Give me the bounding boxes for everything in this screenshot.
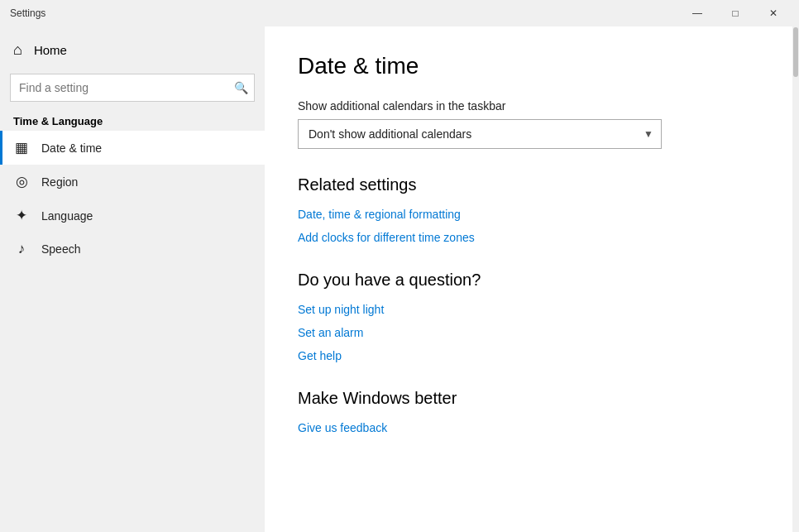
page-title: Date & time [298, 53, 766, 79]
date-time-icon: ▦ [13, 139, 30, 156]
link-night-light[interactable]: Set up night light [298, 303, 766, 316]
search-icon[interactable]: 🔍 [234, 81, 248, 94]
link-alarm[interactable]: Set an alarm [298, 326, 766, 339]
calendar-dropdown[interactable]: Don't show additional calendars Simplifi… [298, 119, 662, 149]
related-settings-section: Related settings Date, time & regional f… [298, 175, 766, 244]
link-give-feedback[interactable]: Give us feedback [298, 421, 766, 434]
region-icon: ◎ [13, 173, 30, 190]
language-icon: ✦ [13, 207, 30, 224]
sidebar-item-label-date-time: Date & time [41, 141, 102, 155]
sidebar-item-region[interactable]: ◎ Region [0, 165, 265, 199]
sidebar-section-title: Time & Language [0, 108, 265, 131]
main-content: Date & time Show additional calendars in… [265, 26, 799, 532]
close-button[interactable]: ✕ [754, 0, 792, 26]
link-date-time-formatting[interactable]: Date, time & regional formatting [298, 208, 766, 221]
minimize-button[interactable]: — [678, 0, 716, 26]
sidebar-item-language[interactable]: ✦ Language [0, 199, 265, 232]
title-bar: Settings — □ ✕ [0, 0, 799, 26]
related-settings-heading: Related settings [298, 175, 766, 194]
maximize-button[interactable]: □ [716, 0, 754, 26]
calendar-dropdown-container: Don't show additional calendars Simplifi… [298, 119, 662, 149]
search-container: 🔍 [0, 67, 265, 108]
feedback-section: Make Windows better Give us feedback [298, 389, 766, 434]
sidebar-item-label-speech: Speech [41, 242, 80, 256]
sidebar-item-date-time[interactable]: ▦ Date & time [0, 131, 265, 165]
sidebar: ⌂ Home 🔍 Time & Language ▦ Date & time ◎… [0, 26, 265, 532]
question-section: Do you have a question? Set up night lig… [298, 271, 766, 362]
question-heading: Do you have a question? [298, 271, 766, 290]
scrollbar-thumb[interactable] [793, 27, 798, 77]
calendar-setting-label: Show additional calendars in the taskbar [298, 99, 766, 113]
app-title: Settings [10, 7, 45, 19]
scrollbar-track[interactable] [792, 26, 799, 532]
home-label: Home [34, 43, 67, 57]
home-icon: ⌂ [13, 41, 22, 59]
app-container: ⌂ Home 🔍 Time & Language ▦ Date & time ◎… [0, 26, 799, 532]
search-input[interactable] [10, 74, 255, 102]
link-add-clocks[interactable]: Add clocks for different time zones [298, 231, 766, 244]
window-controls: — □ ✕ [678, 0, 792, 26]
sidebar-item-speech[interactable]: ♪ Speech [0, 232, 265, 266]
link-get-help[interactable]: Get help [298, 349, 766, 362]
sidebar-item-label-region: Region [41, 175, 78, 189]
home-nav-item[interactable]: ⌂ Home [0, 33, 265, 67]
speech-icon: ♪ [13, 241, 30, 257]
feedback-heading: Make Windows better [298, 389, 766, 408]
sidebar-item-label-language: Language [41, 209, 93, 223]
